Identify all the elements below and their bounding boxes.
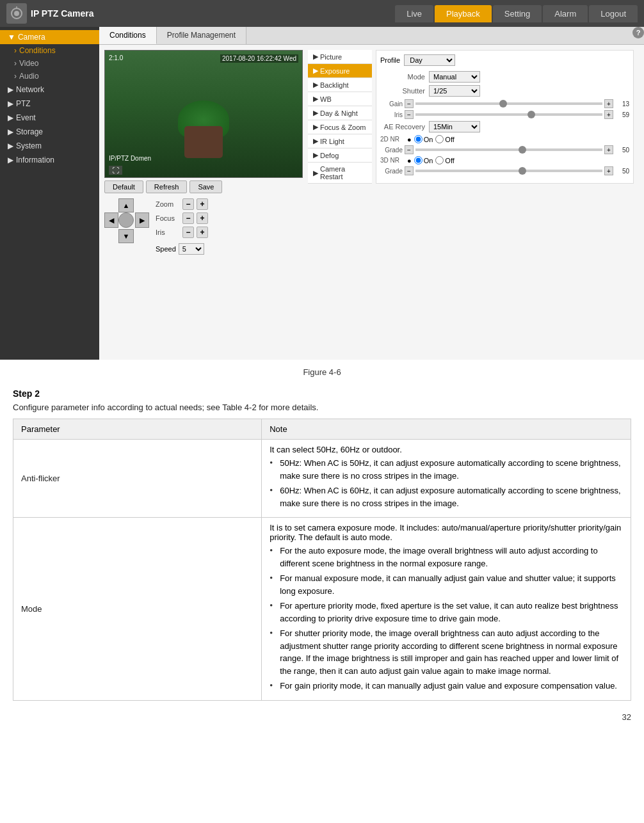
menu-label-focus-zoom: Focus & Zoom [320, 124, 366, 131]
default-button[interactable]: Default [104, 180, 143, 193]
zoom-row: Zoom − + [156, 198, 208, 210]
grade1-thumb[interactable] [519, 146, 526, 154]
shutter-label: Shutter [380, 87, 425, 95]
menu-items-left: ▶ Picture ▶ Exposure ▶ Backlight ▶ [308, 50, 372, 184]
zoom-minus-btn[interactable]: − [182, 198, 194, 210]
video-section: 2017-08-20 16:22:42 Wed 2:1.0 IP/PTZ Dom… [104, 50, 303, 255]
list-item: 60Hz: When AC is 60Hz, it can adjust exp… [270, 484, 623, 509]
settings-right: Profile Day Mode Manual [376, 50, 634, 184]
nav-alarm[interactable]: Alarm [543, 5, 588, 22]
ptz-joystick: ▲ ▼ ◀ ▶ [104, 198, 149, 243]
speed-select[interactable]: 5 [179, 243, 204, 255]
menu-item-focus-zoom[interactable]: ▶ Focus & Zoom [308, 120, 372, 134]
iris-minus-btn[interactable]: − [182, 227, 194, 238]
video-fullscreen-btn[interactable]: ⛶ [109, 166, 122, 175]
nav-playback[interactable]: Playback [435, 5, 492, 22]
nr3d-label: 3D NR [380, 157, 405, 164]
grade2-track [415, 170, 602, 172]
sidebar-item-video[interactable]: › Video [0, 57, 99, 70]
nr2d-off-radio[interactable] [435, 135, 444, 143]
list-item: For manual exposure mode, it can manuall… [270, 572, 623, 597]
focus-minus-btn[interactable]: − [182, 212, 194, 224]
menu-item-picture[interactable]: ▶ Picture [308, 50, 372, 64]
sidebar: ▼ Camera › Conditions › Video › Audio ▶ … [0, 27, 99, 360]
gain-row: Gain − + 13 [380, 99, 629, 108]
nr2d-on-label[interactable]: On [414, 135, 433, 143]
menu-item-exposure[interactable]: ▶ Exposure [308, 64, 372, 78]
menu-item-defog[interactable]: ▶ Defog [308, 148, 372, 163]
menu-item-backlight[interactable]: ▶ Backlight [308, 78, 372, 92]
menu-item-wb[interactable]: ▶ WB [308, 92, 372, 106]
nr2d-off-label[interactable]: Off [435, 135, 454, 143]
nav-live[interactable]: Live [395, 5, 433, 22]
sidebar-item-network[interactable]: ▶ Network [0, 83, 99, 97]
sidebar-item-camera[interactable]: ▼ Camera [0, 30, 99, 44]
iris-slider-plus-btn[interactable]: + [604, 110, 613, 119]
nr3d-on-label[interactable]: On [414, 156, 433, 164]
profile-select[interactable]: Day [404, 54, 455, 66]
sidebar-item-system[interactable]: ▶ System [0, 139, 99, 153]
gain-value: 13 [615, 100, 629, 108]
sidebar-item-event[interactable]: ▶ Event [0, 111, 99, 125]
menu-item-day-night[interactable]: ▶ Day & Night [308, 106, 372, 120]
nr3d-off-label[interactable]: Off [435, 156, 454, 164]
help-icon[interactable]: ? [632, 27, 644, 38]
save-button[interactable]: Save [189, 180, 222, 193]
menu-label-camera-restart: Camera Restart [320, 165, 367, 180]
sidebar-label-event: Event [16, 113, 36, 122]
iris-slider-row: Iris − + 59 [380, 110, 629, 119]
sidebar-item-ptz[interactable]: ▶ PTZ [0, 97, 99, 111]
video-controls-row: Default Refresh Save [104, 180, 303, 193]
arrow-icon-exposure: ▶ [313, 67, 318, 75]
iris-slider-minus-btn[interactable]: − [405, 110, 414, 119]
nr3d-off-radio[interactable] [435, 156, 444, 164]
sidebar-item-information[interactable]: ▶ Information [0, 153, 99, 167]
grade2-minus-btn[interactable]: − [405, 166, 414, 175]
grade1-plus-btn[interactable]: + [604, 145, 613, 154]
menu-label-exposure: Exposure [320, 67, 350, 75]
ptz-right-button[interactable]: ▶ [135, 212, 149, 228]
gain-plus-btn[interactable]: + [604, 99, 613, 108]
sidebar-item-storage[interactable]: ▶ Storage [0, 125, 99, 139]
gain-minus-btn[interactable]: − [405, 99, 414, 108]
iris-row: Iris − + [156, 227, 208, 238]
table-row: Anti-flicker It can select 50Hz, 60Hz or… [13, 440, 631, 518]
sidebar-item-conditions[interactable]: › Conditions [0, 44, 99, 57]
grade2-thumb[interactable] [519, 167, 526, 175]
ae-recovery-select[interactable]: 15Min [429, 121, 480, 132]
grade1-minus-btn[interactable]: − [405, 145, 414, 154]
iris-plus-btn[interactable]: + [197, 227, 208, 238]
param-note-anti-flicker: It can select 50Hz, 60Hz or outdoor. 50H… [262, 440, 631, 518]
gain-track [415, 102, 602, 105]
param-name-mode: Mode [13, 518, 262, 701]
nav-setting[interactable]: Setting [493, 5, 542, 22]
menu-item-camera-restart[interactable]: ▶ Camera Restart [308, 163, 372, 184]
iris-thumb[interactable] [527, 111, 535, 118]
ptz-left-button[interactable]: ◀ [104, 212, 118, 228]
zoom-plus-btn[interactable]: + [197, 198, 208, 210]
focus-label: Focus [156, 214, 180, 222]
gain-label: Gain [380, 100, 403, 108]
refresh-button[interactable]: Refresh [146, 180, 188, 193]
sidebar-item-audio[interactable]: › Audio [0, 70, 99, 83]
tab-profile-management[interactable]: Profile Management [157, 27, 246, 44]
camera-interface: 2017-08-20 16:22:42 Wed 2:1.0 IP/PTZ Dom… [99, 45, 644, 260]
logo-area: IP PTZ Camera [6, 3, 94, 24]
ptz-down-button[interactable]: ▼ [118, 229, 134, 243]
ptz-up-button[interactable]: ▲ [118, 198, 134, 212]
tab-conditions[interactable]: Conditions [99, 27, 157, 44]
nav-logout[interactable]: Logout [589, 5, 638, 22]
nr2d-on-radio[interactable] [414, 135, 423, 143]
sidebar-label-ptz: PTZ [16, 99, 31, 108]
list-item: For aperture priority mode, fixed apertu… [270, 600, 623, 625]
mode-select[interactable]: Manual [429, 71, 480, 83]
nr3d-on-radio[interactable] [414, 156, 423, 164]
focus-plus-btn[interactable]: + [197, 212, 208, 224]
sidebar-label-storage: Storage [16, 127, 43, 136]
shutter-select[interactable]: 1/25 [429, 85, 480, 97]
grade1-row: Grade − + 50 [380, 145, 629, 154]
grade2-plus-btn[interactable]: + [604, 166, 613, 175]
menu-item-ir-light[interactable]: ▶ IR Light [308, 134, 372, 148]
shutter-row: Shutter 1/25 [380, 85, 629, 97]
gain-thumb[interactable] [499, 100, 507, 108]
